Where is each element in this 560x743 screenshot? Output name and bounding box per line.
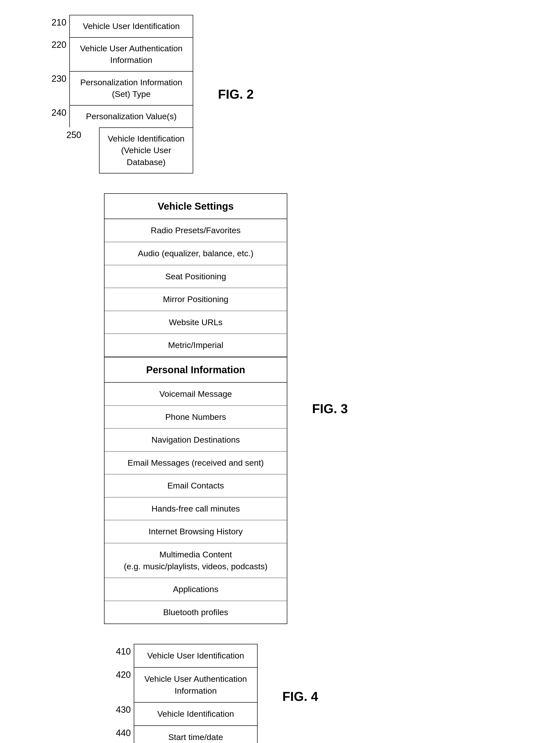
fig3-item-radio: Radio Presets/Favorites: [104, 219, 287, 242]
page-container: 210 Vehicle User Identification 220 Vehi…: [20, 15, 540, 743]
fig4-label-410: 410: [104, 644, 134, 667]
fig3-item-handsfree: Hands-free call minutes: [104, 497, 287, 520]
fig3-item-seat: Seat Positioning: [104, 265, 287, 288]
fig2-title: FIG. 2: [218, 87, 253, 102]
fig3-table: Vehicle Settings Radio Presets/Favorites…: [104, 193, 287, 624]
fig3-item-mirror: Mirror Positioning: [104, 288, 287, 311]
fig2-row-240: 240 Personalization Value(s): [40, 105, 193, 127]
fig3-item-email-contacts: Email Contacts: [104, 474, 287, 497]
fig4-row-430: 430 Vehicle Identification: [104, 702, 258, 726]
fig3-item-audio: Audio (equalizer, balance, etc.): [104, 242, 287, 265]
fig2-label-250: 250: [54, 127, 84, 174]
fig2-cell-250: Vehicle Identification(Vehicle User Data…: [99, 127, 193, 174]
fig3-item-browsing: Internet Browsing History: [104, 520, 287, 543]
fig4-row-420: 420 Vehicle User AuthenticationInformati…: [104, 667, 258, 702]
fig2-label-210: 210: [40, 15, 69, 37]
fig4-section: 410 Vehicle User Identification 420 Vehi…: [104, 644, 318, 743]
fig3-title: FIG. 3: [312, 401, 348, 416]
fig3-vehicle-settings-header: Vehicle Settings: [104, 194, 287, 219]
fig4-row-410: 410 Vehicle User Identification: [104, 644, 258, 667]
fig3-section: Vehicle Settings Radio Presets/Favorites…: [104, 193, 348, 624]
fig2-row-210: 210 Vehicle User Identification: [40, 15, 193, 37]
fig3-item-phone: Phone Numbers: [104, 406, 287, 429]
fig3-item-bluetooth: Bluetooth profiles: [104, 601, 287, 624]
fig2-cell-220: Vehicle User AuthenticationInformation: [69, 37, 193, 71]
fig2-row-250: 250 Vehicle Identification(Vehicle User …: [54, 127, 193, 174]
fig2-row-220: 220 Vehicle User AuthenticationInformati…: [40, 37, 193, 71]
fig2-row-230: 230 Personalization Information (Set) Ty…: [40, 71, 193, 105]
fig4-cell-410: Vehicle User Identification: [134, 644, 258, 667]
fig4-row-440: 440 Start time/date: [104, 726, 258, 743]
fig2-section: 210 Vehicle User Identification 220 Vehi…: [40, 15, 253, 173]
fig3-item-urls: Website URLs: [104, 311, 287, 334]
fig3-item-applications: Applications: [104, 578, 287, 601]
fig2-cell-240: Personalization Value(s): [69, 105, 193, 127]
fig4-table: 410 Vehicle User Identification 420 Vehi…: [104, 644, 258, 743]
fig4-label-420: 420: [104, 667, 134, 702]
fig4-cell-420: Vehicle User AuthenticationInformation: [134, 667, 258, 702]
fig2-cell-230: Personalization Information (Set) Type: [69, 71, 193, 105]
fig2-label-220: 220: [40, 37, 69, 71]
fig4-label-430: 430: [104, 702, 134, 726]
fig3-item-nav: Navigation Destinations: [104, 429, 287, 451]
fig3-item-voicemail: Voicemail Message: [104, 383, 287, 406]
fig3-item-email-messages: Email Messages (received and sent): [104, 451, 287, 475]
fig3-item-multimedia: Multimedia Content(e.g. music/playlists,…: [104, 543, 287, 578]
fig4-cell-430: Vehicle Identification: [134, 702, 258, 726]
fig2-label-230: 230: [40, 71, 69, 105]
fig4-title: FIG. 4: [282, 689, 318, 704]
fig4-label-440: 440: [104, 726, 134, 743]
fig3-personal-info-header: Personal Information: [104, 357, 287, 383]
fig2-label-240: 240: [40, 105, 69, 127]
fig3-item-metric: Metric/Imperial: [104, 334, 287, 357]
fig2-table: 210 Vehicle User Identification 220 Vehi…: [40, 15, 193, 173]
fig4-cell-440: Start time/date: [134, 726, 258, 743]
fig2-cell-210: Vehicle User Identification: [69, 15, 193, 37]
